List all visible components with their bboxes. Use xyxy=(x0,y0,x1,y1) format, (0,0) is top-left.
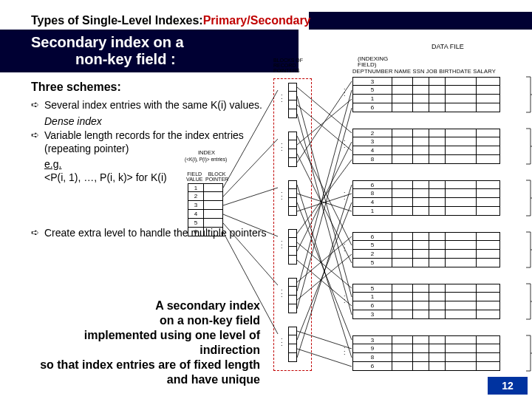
table-row: 6 xyxy=(352,301,524,310)
data-block: 6841 xyxy=(352,180,524,216)
table-row: 1 xyxy=(352,207,524,216)
ellipsis-icon: · · · xyxy=(281,93,282,103)
table-row: 3 xyxy=(352,77,524,86)
table-row: 5 xyxy=(352,86,524,95)
index-ptr xyxy=(204,183,223,192)
pointer-block xyxy=(288,229,297,265)
svg-line-2 xyxy=(223,188,278,205)
dept-cell: 5 xyxy=(352,241,392,250)
ellipsis-icon: · · · xyxy=(344,294,345,304)
data-block: 5163 xyxy=(352,284,524,319)
svg-line-3 xyxy=(223,214,278,236)
title-primary: Primary xyxy=(203,14,248,27)
index-ptr xyxy=(204,228,223,236)
table-row: 4 xyxy=(352,146,524,155)
data-block: 6525 xyxy=(352,232,524,267)
table-row: 3 xyxy=(352,137,524,146)
field-value-label: FIELD VALUE xyxy=(186,171,202,182)
ellipsis-icon: · · · xyxy=(281,288,282,299)
index-diagram: DATA FILE (INDEXING FIELD) DEPTNUMBER NA… xyxy=(186,40,532,386)
dept-cell: 4 xyxy=(352,198,392,207)
ellipsis-icon: · · · xyxy=(281,337,282,347)
dept-cell: 2 xyxy=(352,129,392,137)
index-ptr xyxy=(204,219,223,228)
table-row: 3 xyxy=(352,335,524,344)
bullet-arrow-icon: ➪ xyxy=(31,129,44,155)
ellipsis-icon: · · · xyxy=(281,239,282,250)
data-block: 3986 xyxy=(352,335,524,371)
dept-cell: 1 xyxy=(352,207,392,216)
data-block: 2348 xyxy=(352,129,524,164)
indexing-field-label: (INDEXING FIELD) xyxy=(358,56,388,68)
index-key: 2 xyxy=(188,192,204,201)
index-ptr xyxy=(204,192,223,201)
table-row: 4 xyxy=(352,198,524,207)
index-key: 3 xyxy=(188,201,204,210)
dept-cell: 6 xyxy=(352,180,392,189)
dept-cell: 2 xyxy=(352,250,392,259)
dept-cell: 5 xyxy=(352,86,392,95)
table-row: 6 xyxy=(352,232,524,241)
index-ptr xyxy=(204,210,223,219)
slide: Types of Single-Level Indexes: Primary /… xyxy=(0,0,532,399)
table-row: 8 xyxy=(352,155,524,164)
data-block: 3516 xyxy=(352,77,524,112)
title-bar: Types of Single-Level Indexes: Primary /… xyxy=(0,12,532,30)
table-row: 2 xyxy=(352,129,524,137)
dept-cell: 5 xyxy=(352,284,392,293)
dept-cell: 6 xyxy=(352,301,392,310)
ellipsis-icon: · · · xyxy=(344,87,345,98)
dept-cell: 8 xyxy=(352,189,392,198)
dept-cell: 6 xyxy=(352,103,392,112)
blocks-rec-ptr-label: BLOCKS OF RECORD POINTERS xyxy=(273,58,303,73)
ellipsis-icon: · · · xyxy=(344,346,345,356)
index-row: 5 xyxy=(188,219,223,228)
table-row: 5 xyxy=(352,241,524,250)
ellipsis-icon: · · · xyxy=(344,242,345,253)
dept-cell: 4 xyxy=(352,146,392,155)
block-pointer-label: BLOCK POINTER xyxy=(205,171,228,182)
ellipsis-icon: · · · xyxy=(344,191,345,201)
ellipsis-icon: · · · xyxy=(281,142,282,152)
ellipsis-icon: · · · xyxy=(344,139,345,149)
table-row: 9 xyxy=(352,344,524,353)
table-row: 1 xyxy=(352,95,524,103)
svg-line-5 xyxy=(223,232,278,334)
dept-cell: 9 xyxy=(352,344,392,353)
table-row: 6 xyxy=(352,103,524,112)
dept-cell: 6 xyxy=(352,232,392,241)
table-row: 8 xyxy=(352,189,524,198)
pointer-block xyxy=(288,83,297,118)
dept-cell: 3 xyxy=(352,137,392,146)
table-row: 8 xyxy=(352,353,524,362)
title-prefix: Types of Single-Level Indexes: xyxy=(31,14,203,27)
table-row: 1 xyxy=(352,293,524,301)
dept-cell: 3 xyxy=(352,77,392,86)
index-key: 5 xyxy=(188,219,204,228)
pointer-block xyxy=(288,327,297,362)
svg-line-0 xyxy=(223,90,278,188)
dept-cell: 1 xyxy=(352,293,392,301)
svg-line-4 xyxy=(223,223,278,285)
index-row: 6 xyxy=(188,228,223,236)
dept-cell: 5 xyxy=(352,259,392,267)
table-row: 2 xyxy=(352,250,524,259)
pointer-block xyxy=(288,180,297,216)
index-ptr xyxy=(204,201,223,210)
index-label: INDEX xyxy=(198,149,215,156)
dept-cell: 6 xyxy=(352,362,392,371)
dept-cell: 1 xyxy=(352,95,392,103)
index-key: 4 xyxy=(188,210,204,219)
index-row: 2 xyxy=(188,192,223,201)
index-key: 1 xyxy=(188,183,204,192)
table-row: 6 xyxy=(352,180,524,189)
data-header: DEPTNUMBER NAME SSN JOB BIRTHDATE SALARY xyxy=(352,68,496,75)
table-row: 5 xyxy=(352,259,524,267)
dept-cell: 3 xyxy=(352,335,392,344)
index-row: 3 xyxy=(188,201,223,210)
index-key: 6 xyxy=(188,228,204,236)
pointer-block xyxy=(288,278,297,313)
dept-cell: 3 xyxy=(352,310,392,319)
data-file-label: DATA FILE xyxy=(432,43,464,50)
title-secondary: Secondary xyxy=(250,14,311,27)
